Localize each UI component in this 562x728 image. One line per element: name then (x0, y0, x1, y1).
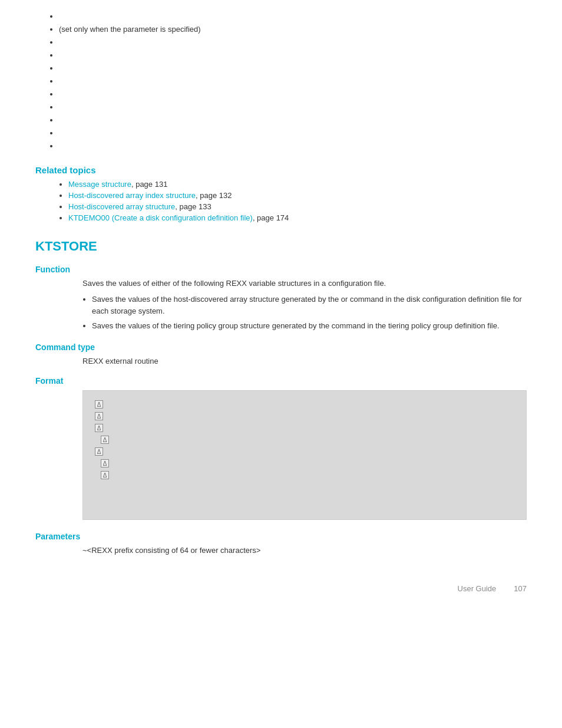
related-link-4[interactable]: KTDEMO00 (Create a disk configuration de… (68, 213, 253, 222)
ktstore-title: KTSTORE (35, 239, 527, 254)
related-suffix-1: , page 131 (131, 180, 167, 189)
related-item-1: Message structure, page 131 (68, 180, 527, 189)
function-heading: Function (35, 265, 527, 274)
command-type-section: Command type REXX external routine (35, 342, 527, 365)
format-line-1: Δ (95, 400, 514, 409)
parameters-section: Parameters ~<REXX prefix consisting of 6… (35, 532, 527, 555)
related-suffix-4: , page 174 (253, 213, 289, 222)
delta-icon-2: Δ (95, 412, 103, 420)
bullet-item-3 (59, 38, 527, 47)
bullet-item-1 (59, 12, 527, 21)
function-bullet-list: Saves the values of the host-discovered … (35, 294, 527, 332)
delta-icon-7: Δ (101, 471, 109, 479)
delta-icon-6: Δ (101, 459, 109, 467)
bullet-note-2: (set only when the parameter is specifie… (59, 25, 201, 34)
bullet-item-11 (59, 141, 527, 151)
delta-icon-4: Δ (101, 436, 109, 444)
related-topics-section: Related topics Message structure, page 1… (35, 165, 527, 222)
bullet-item-7 (59, 90, 527, 99)
related-link-1[interactable]: Message structure (68, 180, 131, 189)
bullet-item-4 (59, 51, 527, 60)
related-link-2[interactable]: Host-discovered array index structure (68, 191, 196, 200)
delta-icon-1: Δ (95, 400, 103, 409)
bullet-item-6 (59, 77, 527, 86)
format-box: Δ Δ Δ Δ Δ Δ Δ (82, 390, 527, 520)
bullet-item-5 (59, 64, 527, 73)
top-bullet-list: (set only when the parameter is specifie… (35, 12, 527, 151)
related-item-4: KTDEMO00 (Create a disk configuration de… (68, 213, 527, 222)
bullet-item-9 (59, 116, 527, 125)
related-suffix-3: , page 133 (175, 202, 211, 211)
ktstore-section: KTSTORE Function Saves the values of eit… (35, 239, 527, 555)
related-item-2: Host-discovered array index structure, p… (68, 191, 527, 200)
parameters-value: ~<REXX prefix consisting of 64 or fewer … (35, 546, 527, 555)
function-bullet-2: Saves the values of the tiering policy g… (92, 320, 527, 332)
page-number: 107 (514, 584, 527, 593)
format-line-5: Δ (95, 447, 514, 456)
function-description: Saves the values of either of the follow… (35, 279, 527, 288)
delta-icon-5: Δ (95, 447, 103, 456)
format-section: Format Δ Δ Δ Δ Δ Δ (35, 376, 527, 520)
format-line-6: Δ (95, 459, 514, 467)
related-item-3: Host-discovered array structure, page 13… (68, 202, 527, 211)
format-line-3: Δ (95, 424, 514, 432)
footer-label: User Guide (458, 584, 497, 593)
bullet-item-8 (59, 103, 527, 112)
format-line-2: Δ (95, 412, 514, 420)
format-line-7: Δ (95, 471, 514, 479)
related-suffix-2: , page 132 (196, 191, 232, 200)
function-bullet-1: Saves the values of the host-discovered … (92, 294, 527, 317)
format-line-4: Δ (95, 436, 514, 444)
command-type-value: REXX external routine (35, 357, 527, 365)
bullet-item-2: (set only when the parameter is specifie… (59, 25, 527, 34)
page-footer: User Guide 107 (35, 578, 527, 593)
bullet-item-10 (59, 129, 527, 138)
parameters-heading: Parameters (35, 532, 527, 541)
command-type-heading: Command type (35, 342, 527, 352)
related-topics-list: Message structure, page 131 Host-discove… (35, 180, 527, 222)
related-topics-heading: Related topics (35, 165, 527, 175)
function-section: Function Saves the values of either of t… (35, 265, 527, 332)
related-link-3[interactable]: Host-discovered array structure (68, 202, 175, 211)
delta-icon-3: Δ (95, 424, 103, 432)
format-heading: Format (35, 376, 527, 386)
page-content: (set only when the parameter is specifie… (35, 12, 527, 593)
